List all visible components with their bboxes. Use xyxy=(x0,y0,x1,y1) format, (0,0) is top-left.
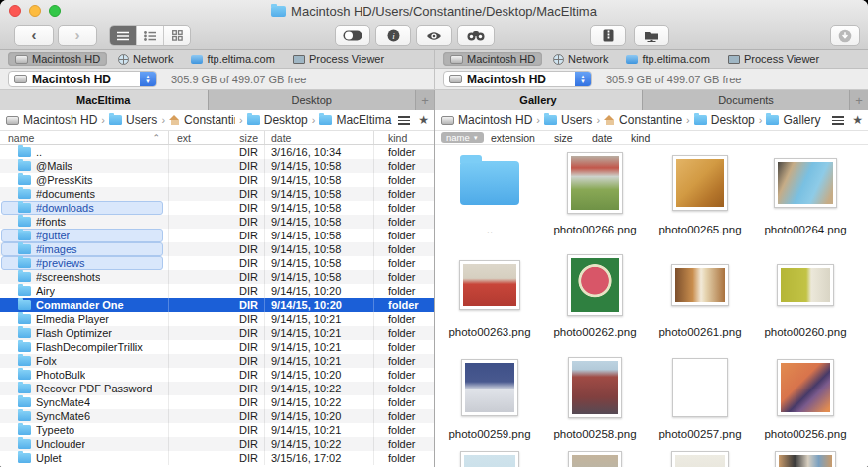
pane-tab[interactable]: MacEltima xyxy=(0,90,209,110)
new-tab-button[interactable]: + xyxy=(850,90,868,110)
forward-button[interactable]: › xyxy=(58,25,97,46)
gallery-item-label: photo00257.png xyxy=(658,428,741,440)
column-header-extension[interactable]: extension xyxy=(491,131,535,144)
thumbnail xyxy=(671,451,729,467)
gallery-item[interactable]: .. xyxy=(437,145,542,247)
drive-selector-left[interactable]: Macintosh HD ▲▼ xyxy=(8,71,157,87)
network-share-button[interactable] xyxy=(634,25,669,46)
table-row[interactable]: Airy DIR 9/14/15, 10:20 folder xyxy=(0,284,434,298)
gallery-item[interactable]: photo00262.png xyxy=(542,247,648,350)
gallery-item[interactable]: photo00258.png xyxy=(542,350,648,452)
breadcrumb-list-icon[interactable] xyxy=(398,116,410,125)
table-row[interactable]: #previews DIR 9/14/15, 10:58 folder xyxy=(0,256,434,270)
device-tab[interactable]: Network xyxy=(546,52,615,66)
gallery-item[interactable] xyxy=(437,452,542,467)
gallery-item[interactable]: photo00256.png xyxy=(753,350,858,452)
device-tab[interactable]: Process Viewer xyxy=(721,52,826,66)
table-row[interactable]: PhotoBulk DIR 9/14/15, 10:20 folder xyxy=(0,368,434,382)
gallery-item[interactable]: photo00259.png xyxy=(437,350,542,452)
info-button[interactable]: i xyxy=(375,25,411,46)
table-row[interactable]: Typeeto DIR 9/14/15, 10:21 folder xyxy=(0,423,434,437)
breadcrumb-item[interactable]: Constantine xyxy=(604,113,682,127)
gallery-item[interactable]: photo00265.png xyxy=(648,145,753,247)
device-tab[interactable]: Process Viewer xyxy=(286,52,391,66)
breadcrumb-item[interactable]: Macintosh HD xyxy=(441,113,532,127)
breadcrumb-item[interactable]: MacEltima xyxy=(319,113,391,127)
table-row[interactable]: @Mails DIR 9/14/15, 10:58 folder xyxy=(0,159,434,173)
table-row[interactable]: FlashDecompilerTrillix DIR 9/14/15, 10:2… xyxy=(0,340,434,354)
detail-list-view-button[interactable] xyxy=(136,26,163,45)
table-row[interactable]: #documents DIR 9/14/15, 10:58 folder xyxy=(0,187,434,201)
table-row[interactable]: #images DIR 9/14/15, 10:58 folder xyxy=(0,242,434,256)
column-header-size[interactable]: size xyxy=(217,131,265,144)
gallery-item[interactable]: photo00264.png xyxy=(753,145,858,247)
back-button[interactable]: ‹ xyxy=(14,25,54,46)
device-tab-icon xyxy=(626,55,638,64)
preview-button[interactable] xyxy=(416,25,452,46)
breadcrumb-item[interactable]: Gallery xyxy=(766,113,820,127)
table-row[interactable]: Elmedia Player DIR 9/14/15, 10:21 folder xyxy=(0,312,434,326)
file-name: .. xyxy=(36,146,42,158)
column-header-ext[interactable]: ext xyxy=(169,131,217,144)
search-button[interactable] xyxy=(457,25,495,46)
pane-tab[interactable]: Documents xyxy=(643,90,850,110)
download-button[interactable] xyxy=(830,25,860,46)
table-row[interactable]: Unclouder DIR 9/14/15, 10:22 folder xyxy=(0,437,434,451)
column-header-kind[interactable]: kind xyxy=(374,131,434,144)
table-row[interactable]: SyncMate4 DIR 9/14/15, 10:22 folder xyxy=(0,395,434,409)
column-header-name[interactable]: name⌃ xyxy=(0,131,169,144)
breadcrumb-item[interactable]: Users xyxy=(109,113,157,127)
table-row[interactable]: .. DIR 3/16/16, 10:34 folder xyxy=(0,145,434,159)
table-row[interactable]: #screenshots DIR 9/14/15, 10:58 folder xyxy=(0,270,434,284)
grid-view-button[interactable] xyxy=(163,26,190,45)
table-row[interactable]: Recover PDF Password DIR 9/14/15, 10:22 … xyxy=(0,382,434,395)
left-pane: MacEltimaDesktop+ Macintosh HD › Users ›… xyxy=(0,90,434,467)
breadcrumb-item[interactable]: Constantine xyxy=(169,113,235,127)
drive-selector-right[interactable]: Macintosh HD ▲▼ xyxy=(443,71,592,87)
new-tab-button[interactable]: + xyxy=(416,90,434,110)
column-header-date[interactable]: date xyxy=(265,131,374,144)
device-tab[interactable]: ftp.eltima.com xyxy=(184,52,281,66)
archive-button[interactable] xyxy=(590,25,626,46)
gallery-item[interactable]: photo00266.png xyxy=(542,145,648,247)
breadcrumb-item[interactable]: Desktop xyxy=(247,113,308,127)
device-tab[interactable]: Macintosh HD xyxy=(8,52,107,66)
device-tab[interactable]: ftp.eltima.com xyxy=(619,52,716,66)
table-row[interactable]: Folx DIR 9/14/15, 10:21 folder xyxy=(0,354,434,368)
table-row[interactable]: #fonts DIR 9/14/15, 10:58 folder xyxy=(0,215,434,229)
breadcrumb-item[interactable]: Desktop xyxy=(694,113,755,127)
list-view-button[interactable] xyxy=(110,26,136,45)
table-row[interactable]: @PressKits DIR 9/14/15, 10:58 folder xyxy=(0,173,434,187)
column-header-kind[interactable]: kind xyxy=(631,131,650,144)
gallery-item[interactable]: photo00263.png xyxy=(437,247,542,350)
pane-tab[interactable]: Gallery xyxy=(435,90,643,110)
file-size: DIR xyxy=(217,298,265,312)
table-row[interactable]: SyncMate6 DIR 9/14/15, 10:20 folder xyxy=(0,409,434,423)
gallery-item[interactable] xyxy=(648,452,753,467)
device-tab[interactable]: Macintosh HD xyxy=(443,52,542,66)
gallery-item[interactable]: photo00261.png xyxy=(648,247,753,350)
breadcrumb-label: Desktop xyxy=(264,113,308,127)
file-date: 9/14/15, 10:20 xyxy=(265,284,374,298)
gallery-item[interactable]: photo00257.png xyxy=(648,350,753,452)
queue-toggle-button[interactable] xyxy=(335,25,370,46)
breadcrumb-label: Constantine xyxy=(619,113,682,127)
breadcrumb-item[interactable]: Macintosh HD xyxy=(6,113,97,127)
table-row[interactable]: #downloads DIR 9/14/15, 10:58 folder xyxy=(0,201,434,215)
device-tab[interactable]: Network xyxy=(111,52,180,66)
table-row[interactable]: Uplet DIR 3/15/16, 17:02 folder xyxy=(0,451,434,465)
column-header-size[interactable]: size xyxy=(554,131,573,144)
table-row[interactable]: Flash Optimizer DIR 9/14/15, 10:21 folde… xyxy=(0,326,434,340)
column-header-name[interactable]: name▼ xyxy=(441,132,484,143)
table-row[interactable]: #gutter DIR 9/14/15, 10:58 folder xyxy=(0,229,434,242)
gallery-item[interactable] xyxy=(753,452,858,467)
breadcrumb-item[interactable]: Users xyxy=(544,113,592,127)
favorites-star-icon[interactable]: ★ xyxy=(852,114,863,126)
favorites-star-icon[interactable]: ★ xyxy=(418,114,429,126)
breadcrumb-list-icon[interactable] xyxy=(832,116,844,125)
gallery-item[interactable] xyxy=(542,452,648,467)
column-header-date[interactable]: date xyxy=(592,131,612,144)
table-row[interactable]: Commander One DIR 9/14/15, 10:20 folder xyxy=(0,298,434,312)
pane-tab[interactable]: Desktop xyxy=(209,90,417,110)
gallery-item[interactable]: photo00260.png xyxy=(753,247,858,350)
